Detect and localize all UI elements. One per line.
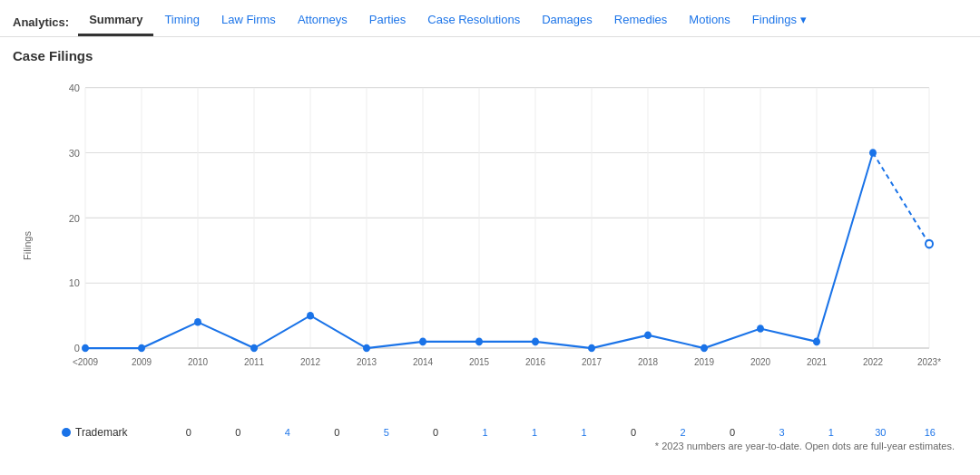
svg-text:20: 20 <box>69 212 80 223</box>
svg-point-51 <box>532 338 539 346</box>
svg-point-45 <box>194 318 201 326</box>
data-cell-3: 0 <box>312 427 361 438</box>
svg-text:2023*: 2023* <box>917 357 941 367</box>
svg-point-54 <box>701 344 708 353</box>
svg-text:0: 0 <box>74 343 80 354</box>
data-cell-12: 3 <box>757 427 806 438</box>
nav-tab-timing[interactable]: Timing <box>153 7 211 36</box>
chart-area: 010203040<200920092010201120122013201420… <box>49 78 947 377</box>
legend-item-trademark: Trademark <box>62 426 128 439</box>
nav-tab-case-resolutions[interactable]: Case Resolutions <box>416 7 531 36</box>
data-cell-1: 0 <box>213 427 262 438</box>
data-cell-13: 1 <box>807 427 856 438</box>
svg-text:2014: 2014 <box>413 357 433 367</box>
nav-tab-law-firms[interactable]: Law Firms <box>211 7 287 36</box>
svg-point-44 <box>138 344 145 353</box>
svg-text:2010: 2010 <box>188 357 208 367</box>
svg-text:2016: 2016 <box>525 357 545 367</box>
svg-point-57 <box>869 149 877 157</box>
data-cell-14: 30 <box>856 427 905 438</box>
svg-point-56 <box>813 338 820 346</box>
svg-point-52 <box>588 344 595 353</box>
svg-point-48 <box>363 344 370 353</box>
data-cell-9: 0 <box>609 427 658 438</box>
nav-tab-findings[interactable]: Findings ▾ <box>741 7 818 36</box>
svg-text:30: 30 <box>69 147 80 158</box>
svg-text:2017: 2017 <box>582 357 602 367</box>
svg-point-43 <box>82 344 89 353</box>
svg-point-50 <box>475 338 483 346</box>
svg-text:2020: 2020 <box>750 357 770 367</box>
svg-text:2021: 2021 <box>807 357 827 367</box>
legend-row: Trademark 004050111020313016 <box>13 422 967 439</box>
data-cell-6: 1 <box>460 427 509 438</box>
footer-note: * 2023 numbers are year-to-date. Open do… <box>13 439 967 451</box>
nav-bar: Analytics: SummaryTimingLaw FirmsAttorne… <box>0 0 980 37</box>
svg-point-58 <box>926 240 933 248</box>
svg-text:2022: 2022 <box>863 357 883 367</box>
data-cell-0: 0 <box>164 427 213 438</box>
svg-point-53 <box>644 331 652 339</box>
svg-text:<2009: <2009 <box>73 357 98 367</box>
nav-tabs: SummaryTimingLaw FirmsAttorneysPartiesCa… <box>78 7 817 36</box>
data-cell-11: 0 <box>708 427 757 438</box>
analytics-label: Analytics: <box>13 15 69 29</box>
svg-text:2015: 2015 <box>469 357 489 367</box>
svg-text:2013: 2013 <box>357 357 377 367</box>
nav-tab-motions[interactable]: Motions <box>678 7 741 36</box>
svg-text:2012: 2012 <box>300 357 320 367</box>
legend-label: Trademark <box>75 426 128 439</box>
svg-point-49 <box>419 338 426 346</box>
data-cell-2: 4 <box>263 427 312 438</box>
main-content: Case Filings Filings 010203040<200920092… <box>0 37 980 451</box>
y-axis-label: Filings <box>22 231 33 260</box>
nav-tab-remedies[interactable]: Remedies <box>603 7 679 36</box>
nav-tab-attorneys[interactable]: Attorneys <box>287 7 358 36</box>
nav-tab-summary[interactable]: Summary <box>78 7 153 36</box>
legend-dot <box>62 428 71 437</box>
svg-point-55 <box>757 325 764 333</box>
data-cell-7: 1 <box>510 427 559 438</box>
chart-container: Filings 010203040<2009200920102011201220… <box>13 69 956 422</box>
section-title: Case Filings <box>13 48 967 63</box>
data-cell-4: 5 <box>361 427 410 438</box>
nav-tab-damages[interactable]: Damages <box>531 7 603 36</box>
svg-text:40: 40 <box>69 82 80 93</box>
nav-tab-parties[interactable]: Parties <box>358 7 416 36</box>
svg-point-47 <box>307 312 314 320</box>
svg-point-46 <box>250 344 258 353</box>
svg-text:2019: 2019 <box>694 357 714 367</box>
svg-text:2018: 2018 <box>638 357 658 367</box>
data-cell-8: 1 <box>559 427 608 438</box>
svg-text:2009: 2009 <box>132 357 152 367</box>
data-cell-5: 0 <box>411 427 460 438</box>
data-values-row: 004050111020313016 <box>164 427 955 438</box>
svg-text:2011: 2011 <box>244 357 264 367</box>
data-cell-15: 16 <box>906 427 955 438</box>
svg-text:10: 10 <box>69 277 80 288</box>
data-cell-10: 2 <box>658 427 707 438</box>
